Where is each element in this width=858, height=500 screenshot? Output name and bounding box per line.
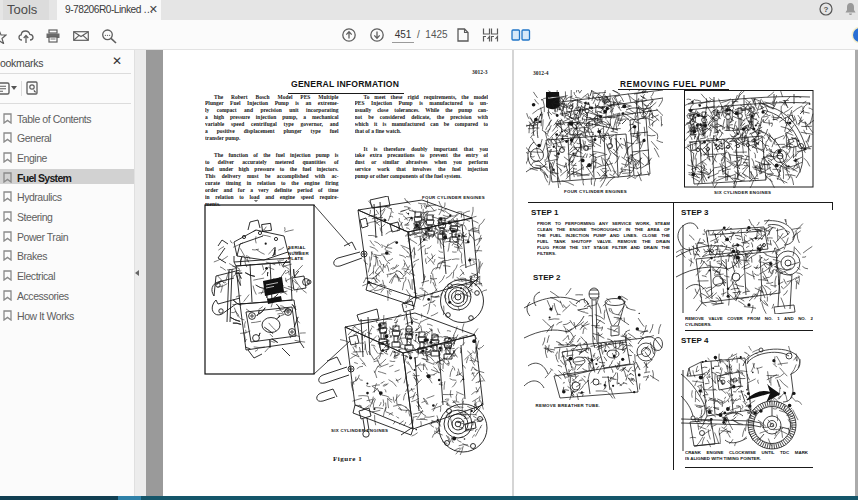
svg-text:?: ? — [824, 5, 829, 14]
